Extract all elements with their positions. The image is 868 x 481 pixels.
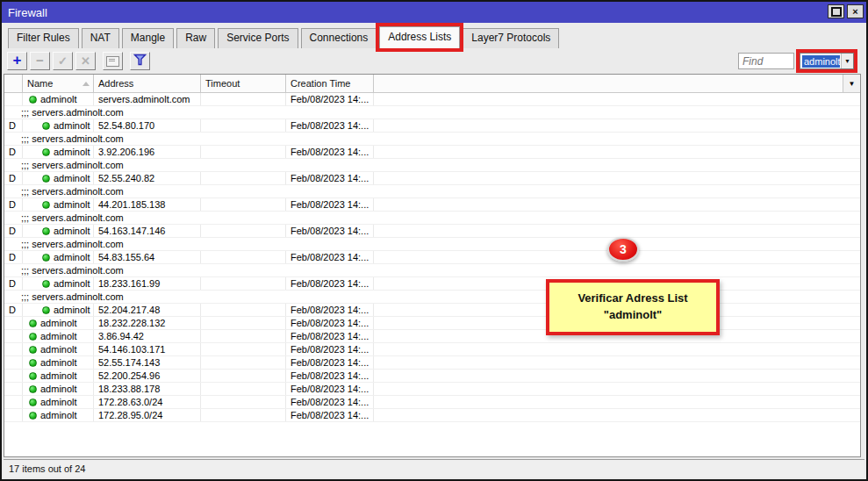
row-creation-time: Feb/08/2023 14:... <box>286 277 374 290</box>
status-dot-icon <box>42 227 50 235</box>
add-button[interactable]: + <box>7 52 27 70</box>
row-name: adminolt <box>23 409 94 421</box>
row-creation-time: Feb/08/2023 14:... <box>286 317 374 329</box>
table-row[interactable]: D adminolt 52.54.80.170 Feb/08/2023 14:.… <box>4 119 860 133</box>
comment-text: ;;; servers.adminolt.com <box>21 238 124 250</box>
tab-connections[interactable]: Connections <box>301 28 377 48</box>
row-filler <box>374 396 860 408</box>
comment-row[interactable]: ;;; servers.adminolt.com <box>4 185 860 198</box>
comment-button[interactable] <box>103 52 123 70</box>
table-row[interactable]: D adminolt 18.233.161.99 Feb/08/2023 14:… <box>4 277 860 291</box>
tab-filter-rules[interactable]: Filter Rules <box>8 28 79 48</box>
column-header-timeout[interactable]: Timeout <box>201 75 286 93</box>
table-row[interactable]: adminolt 18.233.88.178 Feb/08/2023 14:..… <box>4 383 860 396</box>
table-row[interactable]: D adminolt 52.204.217.48 Feb/08/2023 14:… <box>4 304 860 317</box>
column-header-flags[interactable] <box>4 75 23 93</box>
row-filler <box>374 225 860 237</box>
enable-button[interactable]: ✓ <box>53 52 73 70</box>
minus-icon: − <box>36 54 44 67</box>
row-creation-time: Feb/08/2023 14:... <box>286 225 374 237</box>
column-header-creation-time[interactable]: Creation Time <box>286 75 374 93</box>
row-address: 172.28.95.0/24 <box>94 409 201 421</box>
table-row[interactable]: adminolt 54.146.103.171 Feb/08/2023 14:.… <box>4 343 860 356</box>
row-address: 18.233.88.178 <box>94 383 201 395</box>
status-dot-icon <box>42 148 50 156</box>
row-timeout <box>201 93 286 105</box>
tab-raw[interactable]: Raw <box>176 28 215 48</box>
table-row[interactable]: adminolt 172.28.63.0/24 Feb/08/2023 14:.… <box>4 396 860 409</box>
row-name: adminolt <box>23 304 94 316</box>
comment-row[interactable]: ;;; servers.adminolt.com <box>4 238 860 251</box>
comment-row[interactable]: ;;; servers.adminolt.com <box>4 133 860 146</box>
remove-button[interactable]: − <box>30 52 50 70</box>
tab-service-ports[interactable]: Service Ports <box>218 28 298 48</box>
table-row[interactable]: D adminolt 44.201.185.138 Feb/08/2023 14… <box>4 198 860 212</box>
row-address: 54.163.147.146 <box>94 225 201 237</box>
close-icon: × <box>852 6 857 17</box>
row-creation-time: Feb/08/2023 14:... <box>286 119 374 132</box>
status-dot-icon <box>29 398 37 406</box>
column-header-address[interactable]: Address <box>94 75 201 93</box>
comment-row[interactable]: ;;; servers.adminolt.com <box>4 106 860 119</box>
find-input[interactable] <box>738 53 794 69</box>
row-flag: D <box>4 277 23 290</box>
row-name: adminolt <box>23 251 94 263</box>
tab-address-lists[interactable]: Address Lists <box>379 26 460 48</box>
row-address: 54.83.155.64 <box>94 251 201 263</box>
row-creation-time: Feb/08/2023 14:... <box>286 383 374 395</box>
tab-mangle[interactable]: Mangle <box>122 28 174 48</box>
table-row[interactable]: D adminolt 3.92.206.196 Feb/08/2023 14:.… <box>4 146 860 159</box>
address-list-filter-annotation: adminolt ▼ <box>800 53 854 69</box>
row-name: adminolt <box>23 317 94 329</box>
row-filler <box>374 409 860 421</box>
row-address: 172.28.63.0/24 <box>94 396 201 408</box>
maximize-icon <box>831 7 842 17</box>
row-creation-time: Feb/08/2023 14:... <box>286 251 374 263</box>
table-row[interactable]: D adminolt 54.163.147.146 Feb/08/2023 14… <box>4 225 860 238</box>
row-name: adminolt <box>23 93 94 105</box>
sort-ascending-icon <box>82 82 90 86</box>
column-header-name[interactable]: Name <box>23 75 94 93</box>
row-timeout <box>201 396 286 408</box>
table-row[interactable]: adminolt servers.adminolt.com Feb/08/202… <box>4 93 860 106</box>
row-timeout <box>201 330 286 342</box>
comment-row[interactable]: ;;; servers.adminolt.com <box>4 291 860 304</box>
title-bar: Firewall <box>2 2 866 23</box>
table-row[interactable]: D adminolt 54.83.155.64 Feb/08/2023 14:.… <box>4 251 860 264</box>
status-dot-icon <box>29 333 37 341</box>
table-row[interactable]: adminolt 18.232.228.132 Feb/08/2023 14:.… <box>4 317 860 330</box>
tab-layer7-protocols[interactable]: Layer7 Protocols <box>463 28 559 48</box>
row-timeout <box>201 172 286 184</box>
comment-row[interactable]: ;;; servers.adminolt.com <box>4 264 860 277</box>
row-flag <box>4 383 23 395</box>
row-filler <box>374 356 860 369</box>
address-list-filter-dropdown[interactable]: adminolt ▼ <box>800 53 854 69</box>
row-name: adminolt <box>23 370 94 382</box>
table-row[interactable]: adminolt 52.200.254.96 Feb/08/2023 14:..… <box>4 370 860 383</box>
status-dot-icon <box>29 96 37 104</box>
maximize-button[interactable] <box>828 4 844 18</box>
row-address: 52.200.254.96 <box>94 370 201 382</box>
row-timeout <box>201 198 286 211</box>
row-filler <box>374 198 860 211</box>
toolbar: +−✓✕ adminolt ▼ <box>2 48 866 74</box>
status-dot-icon <box>42 254 50 262</box>
row-name: adminolt <box>23 172 94 184</box>
table-row[interactable]: D adminolt 52.55.240.82 Feb/08/2023 14:.… <box>4 172 860 185</box>
filter-button[interactable] <box>130 52 150 70</box>
row-flag <box>4 317 23 329</box>
row-creation-time: Feb/08/2023 14:... <box>286 304 374 316</box>
window-title: Firewall <box>2 6 47 19</box>
disable-button[interactable]: ✕ <box>75 52 96 70</box>
column-selector-button[interactable]: ▼ <box>843 75 860 93</box>
table-row[interactable]: adminolt 172.28.95.0/24 Feb/08/2023 14:.… <box>4 409 860 422</box>
comment-row[interactable]: ;;; servers.adminolt.com <box>4 212 860 225</box>
row-name: adminolt <box>23 119 94 132</box>
chevron-down-icon[interactable]: ▼ <box>841 54 853 68</box>
close-button[interactable]: × <box>847 4 864 18</box>
tab-nat[interactable]: NAT <box>82 28 119 48</box>
comment-row[interactable]: ;;; servers.adminolt.com <box>4 159 860 172</box>
row-creation-time: Feb/08/2023 14:... <box>286 370 374 382</box>
table-row[interactable]: adminolt 3.86.94.42 Feb/08/2023 14:... <box>4 330 860 343</box>
table-row[interactable]: adminolt 52.55.174.143 Feb/08/2023 14:..… <box>4 356 860 370</box>
